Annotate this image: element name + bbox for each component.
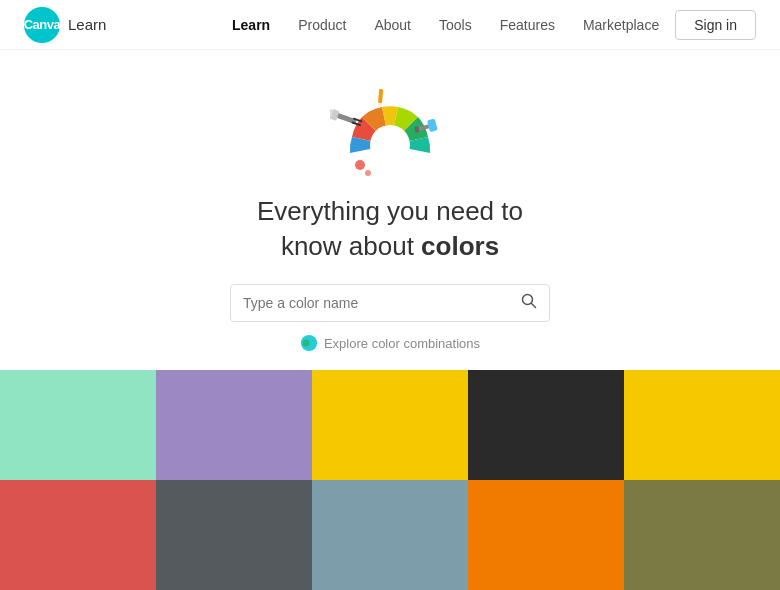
color-grid xyxy=(0,370,780,590)
color-cell-10[interactable] xyxy=(624,480,780,590)
hero-title: Everything you need to know about colors xyxy=(257,194,523,264)
color-cell-8[interactable] xyxy=(312,480,468,590)
logo-text: Canva xyxy=(24,17,61,32)
canva-logo[interactable]: Canva xyxy=(24,7,60,43)
logo-area[interactable]: Canva Learn xyxy=(24,7,106,43)
color-search-input[interactable] xyxy=(243,295,521,311)
svg-line-15 xyxy=(532,304,536,308)
svg-point-13 xyxy=(365,170,371,176)
navbar: Canva Learn Learn Product About Tools Fe… xyxy=(0,0,780,50)
nav-link-about[interactable]: About xyxy=(374,17,411,33)
nav-link-marketplace[interactable]: Marketplace xyxy=(583,17,659,33)
color-cell-7[interactable] xyxy=(156,480,312,590)
color-cell-3[interactable] xyxy=(312,370,468,480)
search-bar[interactable] xyxy=(230,284,550,322)
nav-brand-label: Learn xyxy=(68,16,106,33)
sign-in-button[interactable]: Sign in xyxy=(675,10,756,40)
color-cell-2[interactable] xyxy=(156,370,312,480)
explore-combinations-link[interactable]: Explore color combinations xyxy=(300,334,480,352)
nav-link-product[interactable]: Product xyxy=(298,17,346,33)
color-cell-9[interactable] xyxy=(468,480,624,590)
nav-links: Learn Product About Tools Features Marke… xyxy=(232,17,659,33)
svg-point-0 xyxy=(370,125,410,165)
svg-rect-8 xyxy=(427,119,438,133)
color-wheel-illustration xyxy=(330,70,450,180)
color-cell-1[interactable] xyxy=(0,370,156,480)
color-cell-4[interactable] xyxy=(468,370,624,480)
svg-rect-10 xyxy=(378,89,383,103)
explore-icon xyxy=(300,334,318,352)
nav-link-learn[interactable]: Learn xyxy=(232,17,270,33)
svg-point-17 xyxy=(303,340,310,347)
explore-text: Explore color combinations xyxy=(324,336,480,351)
color-cell-5[interactable] xyxy=(624,370,780,480)
svg-point-12 xyxy=(355,160,365,170)
hero-section: Everything you need to know about colors… xyxy=(0,50,780,370)
nav-link-features[interactable]: Features xyxy=(500,17,555,33)
color-cell-6[interactable] xyxy=(0,480,156,590)
search-icon[interactable] xyxy=(521,293,537,313)
nav-link-tools[interactable]: Tools xyxy=(439,17,472,33)
